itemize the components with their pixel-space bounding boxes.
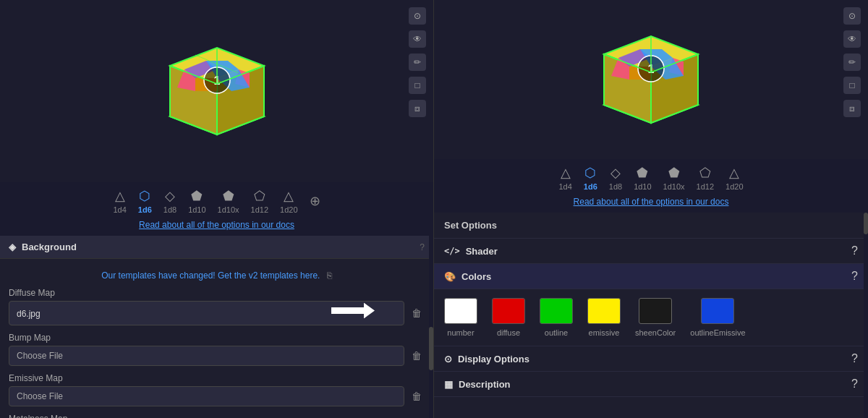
color-swatch-sheencolor[interactable]: sheenColor — [635, 298, 676, 337]
display-options-icon: ⊙ — [444, 354, 452, 364]
background-section-header[interactable]: ◈ Background ? — [0, 236, 433, 259]
description-help-icon[interactable]: ? — [851, 378, 858, 391]
display-options-help-icon[interactable]: ? — [851, 352, 858, 365]
metalness-map-field: Metalness Map — [9, 414, 425, 418]
settings-panel-left[interactable]: ◈ Background ? Our templates have change… — [0, 236, 433, 418]
color-swatch-outlineemissive-box[interactable] — [701, 298, 734, 324]
tool-icon-frame-right[interactable]: □ — [843, 77, 861, 94]
description-icon: ▦ — [444, 379, 453, 390]
bump-map-field: Bump Map Choose File 🗑 — [9, 333, 425, 366]
dice-item-d8-left[interactable]: ◇ 1d8 — [163, 188, 176, 214]
scroll-thumb-right[interactable] — [864, 213, 868, 234]
right-panel: 1 ⊙ 👁 ✏ □ ⧈ △ 1d4 ⬡ 1d6 — [434, 0, 868, 418]
dice-item-d10-left[interactable]: ⬟ 1d10 — [188, 188, 205, 214]
viewport-left[interactable]: 1 ⊙ 👁 ✏ □ ⧈ — [0, 0, 433, 182]
background-icon: ◈ — [9, 242, 16, 252]
color-swatch-outline[interactable]: outline — [540, 298, 573, 337]
docs-link-right[interactable]: Read about all of the options in our doc… — [434, 194, 868, 213]
colors-help-icon[interactable]: ? — [851, 270, 858, 283]
template-notice-copy-icon[interactable]: ⎘ — [327, 270, 332, 281]
bump-map-delete-icon[interactable]: 🗑 — [409, 347, 425, 364]
dice-cube-left: 1 — [156, 30, 278, 153]
color-swatch-outlineemissive[interactable]: outlineEmissive — [690, 298, 745, 337]
tool-icons-right: ⊙ 👁 ✏ □ ⧈ — [843, 7, 861, 117]
viewport-right[interactable]: 1 ⊙ 👁 ✏ □ ⧈ — [434, 0, 868, 159]
color-swatch-diffuse[interactable]: diffuse — [492, 298, 525, 337]
tool-icon-cube[interactable]: ⧈ — [409, 100, 426, 117]
scroll-thumb-left[interactable] — [429, 327, 433, 370]
tool-icon-settings-right[interactable]: ⊙ — [843, 7, 861, 25]
dice-item-d8-right[interactable]: ◇ 1d8 — [609, 165, 622, 191]
scroll-bar-left[interactable] — [429, 236, 433, 418]
diffuse-map-field: Diffuse Map d6.jpg 🗑 — [9, 288, 425, 325]
diffuse-map-input[interactable]: d6.jpg — [9, 301, 404, 325]
dice-item-d4-left[interactable]: △ 1d4 — [113, 188, 126, 214]
colors-section-header[interactable]: 🎨 Colors ? — [434, 264, 868, 289]
color-swatch-emissive-box[interactable] — [587, 298, 621, 324]
bump-map-input[interactable]: Choose File — [9, 346, 404, 366]
dice-item-d6-left[interactable]: ⬡ 1d6 — [138, 188, 152, 214]
tool-icon-settings[interactable]: ⊙ — [409, 7, 426, 25]
background-help-icon[interactable]: ? — [420, 242, 425, 252]
template-notice[interactable]: Our templates have changed! Get the v2 t… — [9, 266, 425, 288]
dice-item-d20-left[interactable]: △ 1d20 — [280, 188, 297, 214]
colors-swatches-section: number diffuse outline emissive — [434, 289, 868, 346]
color-swatch-emissive[interactable]: emissive — [587, 298, 621, 337]
dice-item-d20-right[interactable]: △ 1d20 — [726, 165, 743, 191]
dice-item-d12-left[interactable]: ⬠ 1d12 — [251, 188, 268, 214]
dice-nav-add-left[interactable]: ⊕ — [310, 193, 320, 209]
scroll-bar-right[interactable] — [864, 213, 868, 418]
left-panel: 1 ⊙ 👁 ✏ □ ⧈ △ 1d4 ⬡ — [0, 0, 434, 418]
dice-item-d10x-right[interactable]: ⬟ 1d10x — [663, 165, 685, 191]
color-swatches-row: number diffuse outline emissive — [444, 298, 858, 337]
dice-nav-right: △ 1d4 ⬡ 1d6 ◇ 1d8 ⬟ 1d10 ⬟ 1d10x ⬠ 1d12 — [434, 159, 868, 194]
color-swatch-diffuse-box[interactable] — [492, 298, 525, 324]
tool-icon-eye[interactable]: 👁 — [409, 30, 426, 48]
color-swatch-number-box[interactable] — [444, 298, 477, 324]
docs-link-left[interactable]: Read about all of the options in our doc… — [0, 217, 433, 236]
dice-item-d10x-left[interactable]: ⬟ 1d10x — [218, 188, 239, 214]
tool-icon-cube-right[interactable]: ⧈ — [843, 100, 861, 117]
set-options-header: Set Options — [434, 213, 868, 239]
dice-cube-right: 1 — [590, 18, 712, 141]
color-swatch-number[interactable]: number — [444, 298, 477, 337]
tool-icon-pen[interactable]: ✏ — [409, 54, 426, 71]
emissive-map-input[interactable]: Choose File — [9, 386, 404, 406]
main-layout: 1 ⊙ 👁 ✏ □ ⧈ △ 1d4 ⬡ — [0, 0, 868, 418]
display-options-section-header[interactable]: ⊙ Display Options ? — [434, 346, 868, 372]
emissive-map-field: Emissive Map Choose File 🗑 — [9, 373, 425, 406]
shader-help-icon[interactable]: ? — [851, 244, 858, 257]
dice-item-d12-right[interactable]: ⬠ 1d12 — [697, 165, 714, 191]
description-section-header[interactable]: ▦ Description ? — [434, 372, 868, 397]
colors-icon: 🎨 — [444, 271, 456, 282]
color-swatch-outline-box[interactable] — [540, 298, 573, 324]
tool-icon-frame[interactable]: □ — [409, 77, 426, 94]
background-section-content: Our templates have changed! Get the v2 t… — [0, 259, 433, 418]
arrow-indicator-icon — [331, 303, 375, 319]
dice-nav-left: △ 1d4 ⬡ 1d6 ◇ 1d8 ⬟ 1d10 ⬟ 1d10x ⬠ 1d12 — [0, 182, 433, 217]
dice-item-d4-right[interactable]: △ 1d4 — [558, 165, 571, 191]
shader-icon: </> — [444, 246, 460, 256]
right-settings-panel[interactable]: Set Options </> Shader ? 🎨 Colors ? — [434, 213, 868, 418]
tool-icon-pen-right[interactable]: ✏ — [843, 54, 861, 71]
shader-section-header[interactable]: </> Shader ? — [434, 239, 868, 264]
color-swatch-sheencolor-box[interactable] — [639, 298, 672, 324]
tool-icons-left: ⊙ 👁 ✏ □ ⧈ — [409, 7, 426, 117]
dice-item-d6-right[interactable]: ⬡ 1d6 — [584, 165, 597, 191]
tool-icon-eye-right[interactable]: 👁 — [843, 30, 861, 48]
dice-item-d10-right[interactable]: ⬟ 1d10 — [634, 165, 651, 191]
emissive-map-delete-icon[interactable]: 🗑 — [409, 388, 425, 405]
diffuse-map-delete-icon[interactable]: 🗑 — [409, 304, 425, 322]
